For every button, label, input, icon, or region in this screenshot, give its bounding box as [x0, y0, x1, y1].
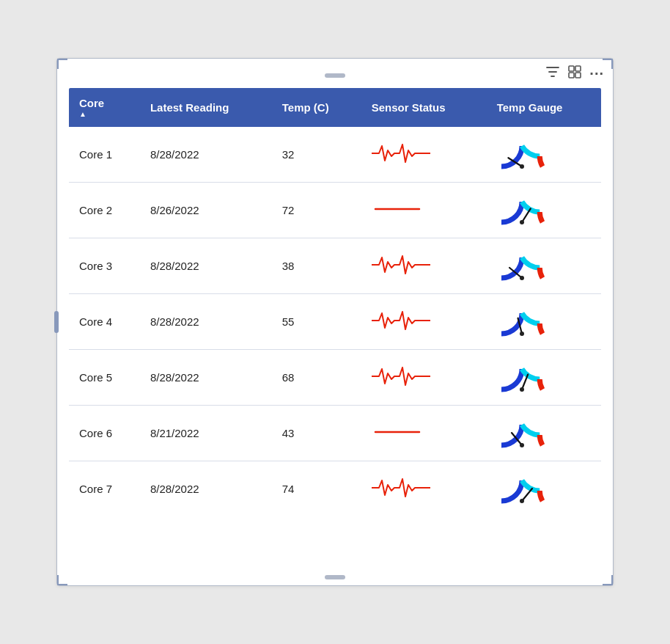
cell-gauge-3: [487, 294, 601, 350]
cell-gauge-6: [487, 461, 601, 517]
cell-date-1: 8/26/2022: [140, 183, 272, 238]
expand-icon[interactable]: [567, 65, 582, 83]
cell-date-6: 8/28/2022: [140, 461, 272, 517]
svg-point-14: [520, 387, 524, 392]
cell-status-4: [361, 350, 487, 406]
corner-tl: [57, 59, 67, 69]
cell-temp-2: 38: [272, 238, 361, 294]
corner-bl: [57, 575, 67, 585]
svg-rect-0: [569, 66, 574, 71]
col-header-latest-reading[interactable]: Latest Reading: [140, 88, 272, 127]
filter-icon[interactable]: [545, 65, 560, 83]
svg-point-12: [520, 332, 524, 336]
cell-core-3: Core 4: [69, 294, 140, 350]
data-table-wrapper: Core ▲ Latest Reading Temp (C) Sensor St…: [69, 88, 601, 516]
cell-gauge-2: [487, 238, 601, 294]
left-resize-handle[interactable]: [54, 311, 59, 333]
cell-temp-1: 72: [272, 183, 361, 238]
table-row: Core 5 8/28/2022 68: [69, 350, 601, 406]
svg-rect-1: [575, 66, 581, 71]
sort-arrow-core: ▲: [79, 111, 130, 118]
cell-status-6: [361, 461, 487, 517]
svg-rect-2: [569, 73, 574, 78]
cell-temp-6: 74: [272, 461, 361, 517]
scroll-handle-bottom: [325, 575, 345, 579]
cell-core-5: Core 6: [69, 406, 140, 461]
main-panel: ··· Core ▲ Latest Reading Temp (C) Senso…: [56, 58, 614, 586]
cell-core-4: Core 5: [69, 350, 140, 406]
cell-status-2: [361, 238, 487, 294]
cell-status-5: [361, 406, 487, 461]
cell-status-1: [361, 183, 487, 238]
table-row: Core 3 8/28/2022 38: [69, 238, 601, 294]
svg-point-19: [520, 499, 524, 503]
table-row: Core 4 8/28/2022 55: [69, 294, 601, 350]
svg-line-7: [522, 208, 531, 222]
table-row: Core 7 8/28/2022 74: [69, 461, 601, 517]
more-icon[interactable]: ···: [589, 65, 604, 82]
cell-date-3: 8/28/2022: [140, 294, 272, 350]
col-header-core[interactable]: Core ▲: [69, 88, 140, 127]
corner-tr: [603, 59, 613, 69]
svg-point-8: [520, 220, 524, 224]
cell-gauge-4: [487, 350, 601, 406]
cell-date-2: 8/28/2022: [140, 238, 272, 294]
data-table: Core ▲ Latest Reading Temp (C) Sensor St…: [69, 88, 601, 516]
svg-line-18: [522, 489, 532, 501]
cell-gauge-5: [487, 406, 601, 461]
toolbar: ···: [545, 65, 604, 83]
cell-core-2: Core 3: [69, 238, 140, 294]
cell-status-3: [361, 294, 487, 350]
cell-temp-0: 32: [272, 127, 361, 183]
cell-temp-3: 55: [272, 294, 361, 350]
col-header-sensor-status[interactable]: Sensor Status: [361, 88, 487, 127]
corner-br: [603, 575, 613, 585]
cell-date-5: 8/21/2022: [140, 406, 272, 461]
cell-core-6: Core 7: [69, 461, 140, 517]
cell-core-0: Core 1: [69, 127, 140, 183]
svg-rect-3: [575, 73, 581, 78]
table-row: Core 2 8/26/2022 72: [69, 183, 601, 238]
cell-temp-5: 43: [272, 406, 361, 461]
svg-point-5: [520, 164, 524, 169]
col-header-temp-gauge[interactable]: Temp Gauge: [487, 88, 601, 127]
svg-point-10: [520, 276, 524, 280]
cell-date-4: 8/28/2022: [140, 350, 272, 406]
cell-date-0: 8/28/2022: [140, 127, 272, 183]
cell-core-1: Core 2: [69, 183, 140, 238]
cell-gauge-1: [487, 183, 601, 238]
table-row: Core 1 8/28/2022 32: [69, 127, 601, 183]
col-header-temp[interactable]: Temp (C): [272, 88, 361, 127]
cell-gauge-0: [487, 127, 601, 183]
svg-point-17: [520, 443, 524, 447]
cell-status-0: [361, 127, 487, 183]
scroll-handle-top: [325, 73, 345, 78]
table-row: Core 6 8/21/2022 43: [69, 406, 601, 461]
cell-temp-4: 68: [272, 350, 361, 406]
